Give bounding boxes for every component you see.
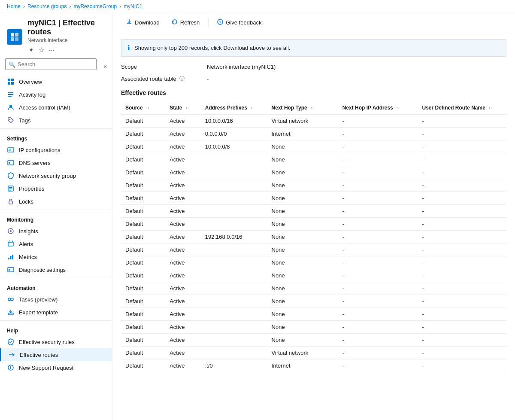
effective-routes-label: Effective routes xyxy=(20,352,58,358)
cell-hop_type: None xyxy=(267,218,338,231)
sidebar-item-tags[interactable]: Tags xyxy=(0,114,112,127)
table-row: DefaultActiveNone-- xyxy=(121,295,506,308)
cell-state: Active xyxy=(165,128,201,140)
azure-resource-icon xyxy=(7,29,22,45)
col-hop-ip[interactable]: Next Hop IP Address ↑↓ xyxy=(338,101,418,115)
sidebar-item[interactable]: Overview xyxy=(0,75,112,88)
table-row: DefaultActiveNone-- xyxy=(121,256,506,269)
sidebar-item-access-control[interactable]: Access control (IAM) xyxy=(0,101,112,114)
sidebar-item-ip-configurations[interactable]: IP IP configurations xyxy=(0,143,112,156)
breadcrumb-mynic1[interactable]: myNIC1 xyxy=(124,3,142,9)
activity-log-icon xyxy=(7,91,15,98)
breadcrumb-home[interactable]: Home xyxy=(7,3,21,9)
routes-tbody: DefaultActive10.0.0.0/16Virtual network-… xyxy=(121,115,506,372)
favorite-button[interactable]: ☆ xyxy=(37,45,45,55)
cell-source: Default xyxy=(121,334,165,347)
feedback-button[interactable]: ? Give feedback xyxy=(212,17,267,28)
table-row: DefaultActiveNone-- xyxy=(121,269,506,282)
cell-hop_ip: - xyxy=(338,269,418,282)
metrics-label: Metrics xyxy=(19,254,37,260)
cell-hop_ip: - xyxy=(338,321,418,334)
cell-udr: - xyxy=(418,282,507,295)
route-table-label: Associated route table: ⓘ xyxy=(121,75,207,82)
sidebar-item-export-template[interactable]: Export template xyxy=(0,306,112,319)
cell-source: Default xyxy=(121,179,165,192)
sidebar-item-alerts[interactable]: Alerts xyxy=(0,237,112,250)
cell-address: 192.168.0.0/16 xyxy=(201,231,267,243)
breadcrumb-my-resource-group[interactable]: myResourceGroup xyxy=(73,3,117,9)
col-hop-type[interactable]: Next Hop Type ↑↓ xyxy=(267,101,338,115)
svg-rect-25 xyxy=(8,258,9,259)
col-address[interactable]: Address Prefixes ↑↓ xyxy=(201,101,267,115)
cell-udr: - xyxy=(418,256,507,269)
cell-udr: - xyxy=(418,334,507,347)
table-row: DefaultActiveNone-- xyxy=(121,153,506,166)
breadcrumb-resource-groups[interactable]: Resource groups xyxy=(27,3,67,9)
svg-rect-18 xyxy=(9,187,12,188)
download-button[interactable]: Download xyxy=(121,17,165,28)
collapse-sidebar-button[interactable]: « xyxy=(100,62,110,70)
scope-row: Scope Network interface (myNIC1) xyxy=(121,64,506,70)
cell-hop_type: None xyxy=(267,282,338,295)
sidebar-item-activity-log[interactable]: Activity log xyxy=(0,88,112,101)
cell-source: Default xyxy=(121,231,165,243)
support-label: New Support Request xyxy=(19,365,73,371)
svg-rect-1 xyxy=(15,33,18,37)
route-table-value: - xyxy=(207,76,209,82)
col-source[interactable]: Source ↑↓ xyxy=(121,101,165,115)
cell-address xyxy=(201,334,267,347)
cell-hop_type: Virtual network xyxy=(267,347,338,359)
cell-udr: - xyxy=(418,243,507,256)
toolbar: Download Refresh ? Give feedback xyxy=(112,13,515,32)
cell-address xyxy=(201,269,267,282)
tags-icon xyxy=(7,116,15,124)
cell-address xyxy=(201,218,267,231)
cell-hop_type: None xyxy=(267,153,338,166)
cell-state: Active xyxy=(165,334,201,347)
table-row: DefaultActiveNone-- xyxy=(121,321,506,334)
sidebar-item-dns-servers[interactable]: DNS servers xyxy=(0,156,112,169)
cell-address xyxy=(201,179,267,192)
locks-label: Locks xyxy=(19,198,33,205)
sidebar-item-properties[interactable]: Properties xyxy=(0,182,112,195)
cell-udr: - xyxy=(418,192,507,205)
cell-udr: - xyxy=(418,295,507,308)
cell-udr: - xyxy=(418,140,507,153)
svg-rect-6 xyxy=(8,82,10,85)
refresh-label: Refresh xyxy=(180,19,200,26)
effective-routes-title: Effective routes xyxy=(121,89,506,96)
sidebar-item-nsg[interactable]: Network security group xyxy=(0,169,112,182)
cell-state: Active xyxy=(165,282,201,295)
cell-hop_ip: - xyxy=(338,218,418,231)
download-icon xyxy=(126,19,132,26)
cell-state: Active xyxy=(165,205,201,218)
refresh-button[interactable]: Refresh xyxy=(167,17,205,28)
cell-source: Default xyxy=(121,282,165,295)
more-button[interactable]: ··· xyxy=(48,46,55,55)
sidebar-item-effective-security-rules[interactable]: Effective security rules xyxy=(0,335,112,348)
pin-button[interactable]: ✦ xyxy=(27,45,35,55)
sort-state-icon: ↑↓ xyxy=(185,106,189,110)
cell-udr: - xyxy=(418,321,507,334)
search-input[interactable] xyxy=(5,58,97,70)
cell-hop_ip: - xyxy=(338,308,418,321)
sidebar-item-diagnostic[interactable]: Diagnostic settings xyxy=(0,263,112,276)
svg-rect-2 xyxy=(11,37,14,41)
sidebar-item-tasks[interactable]: Tasks (preview) xyxy=(0,293,112,306)
cell-hop_ip: - xyxy=(338,347,418,359)
sidebar-item-locks[interactable]: Locks xyxy=(0,195,112,208)
divider-automation xyxy=(0,278,112,278)
sidebar-item-insights[interactable]: Insights xyxy=(0,225,112,237)
sidebar-item-new-support[interactable]: New Support Request xyxy=(0,361,112,374)
col-udr[interactable]: User Defined Route Name ↑↓ xyxy=(418,101,507,115)
sidebar-item-effective-routes[interactable]: Effective routes xyxy=(0,348,112,361)
svg-text:IP: IP xyxy=(9,149,11,152)
col-state[interactable]: State ↑↓ xyxy=(165,101,201,115)
cell-source: Default xyxy=(121,295,165,308)
table-row: DefaultActiveNone-- xyxy=(121,308,506,321)
svg-rect-3 xyxy=(15,37,18,41)
cell-udr: - xyxy=(418,166,507,179)
sidebar-item-metrics[interactable]: Metrics xyxy=(0,250,112,263)
cell-state: Active xyxy=(165,192,201,205)
svg-point-23 xyxy=(10,230,12,232)
